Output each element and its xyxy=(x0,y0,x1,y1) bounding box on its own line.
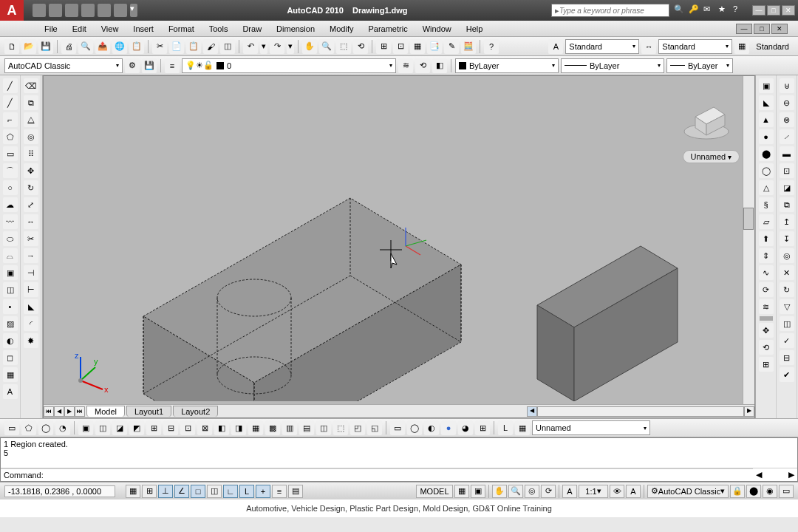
join-icon[interactable]: ⊢ xyxy=(24,282,38,297)
offsetface-icon[interactable]: ◎ xyxy=(780,248,794,263)
vs-2dw-icon[interactable]: ▭ xyxy=(390,420,405,435)
viewcube[interactable] xyxy=(681,91,732,143)
grid-toggle[interactable]: ⊞ xyxy=(142,485,157,498)
vs-conc-icon[interactable]: ◕ xyxy=(458,420,473,435)
polygon-icon[interactable]: ⬠ xyxy=(3,129,18,144)
dimstyle-icon[interactable]: ↔ xyxy=(641,39,656,54)
offset-icon[interactable]: ◎ xyxy=(24,129,38,144)
se-5-icon[interactable]: ⊞ xyxy=(146,420,161,435)
open-icon[interactable] xyxy=(49,4,62,17)
spline-icon[interactable]: 〰 xyxy=(3,214,18,229)
mdi-min-button[interactable]: — xyxy=(736,24,752,34)
extrface-icon[interactable]: ↥ xyxy=(780,214,794,229)
subtract-icon[interactable]: ⊖ xyxy=(780,95,794,110)
se-7-icon[interactable]: ⊡ xyxy=(180,420,195,435)
intersect-icon[interactable]: ⊗ xyxy=(780,112,794,127)
dyn-toggle[interactable]: + xyxy=(256,485,270,498)
ws-settings-icon[interactable]: ⚙ xyxy=(125,58,140,73)
rotateface-icon[interactable]: ↻ xyxy=(780,282,794,297)
toolbar-lock-icon[interactable]: 🔒 xyxy=(730,485,745,498)
se-17-icon[interactable]: ◰ xyxy=(350,420,365,435)
loft-icon[interactable]: ≋ xyxy=(759,299,774,314)
se-3-icon[interactable]: ◪ xyxy=(112,420,127,435)
layer-state-icon[interactable]: ≋ xyxy=(398,58,413,73)
region-icon[interactable]: ◻ xyxy=(3,350,18,365)
menu-window[interactable]: Window xyxy=(415,24,459,33)
vp-clip-icon[interactable]: ◔ xyxy=(55,420,70,435)
named-vp-icon[interactable]: ▦ xyxy=(515,420,530,435)
trim-icon[interactable]: ✂ xyxy=(24,231,38,246)
help-icon[interactable]: ? xyxy=(733,4,745,16)
zoom-prev-icon[interactable]: ⟲ xyxy=(353,39,368,54)
fillet-icon[interactable]: ◜ xyxy=(24,316,38,331)
minimize-button[interactable]: — xyxy=(752,5,765,16)
se-10-icon[interactable]: ◨ xyxy=(231,420,246,435)
block-icon[interactable]: ◫ xyxy=(220,39,235,54)
slice-icon[interactable]: ⟋ xyxy=(780,129,794,144)
ortho-toggle[interactable]: ⊥ xyxy=(158,485,173,498)
undo-drop-icon[interactable]: ▾ xyxy=(260,39,267,54)
otrack-toggle[interactable]: ∟ xyxy=(223,485,238,498)
rotate-icon[interactable]: ↻ xyxy=(24,180,38,195)
hardware-accel-icon[interactable]: ⬤ xyxy=(746,485,761,498)
zoom-win-icon[interactable]: ⬚ xyxy=(336,39,351,54)
se-18-icon[interactable]: ◱ xyxy=(367,420,382,435)
ellipse-icon[interactable]: ⬭ xyxy=(3,231,18,246)
model-space-button[interactable]: MODEL xyxy=(416,485,453,498)
vp-single-icon[interactable]: ▭ xyxy=(4,420,19,435)
preview-icon[interactable]: 🔍 xyxy=(78,39,93,54)
quickview-drawings-icon[interactable]: ▣ xyxy=(471,485,485,498)
open-file-icon[interactable]: 📂 xyxy=(21,39,36,54)
copy-icon[interactable]: 📄 xyxy=(169,39,184,54)
scale-combo[interactable]: 1:1▾ xyxy=(579,485,608,498)
table-icon[interactable]: ▦ xyxy=(3,367,18,382)
vs-real-icon[interactable]: ● xyxy=(441,420,456,435)
publish-icon[interactable]: 📤 xyxy=(95,39,110,54)
tab-model[interactable]: Model xyxy=(86,406,125,417)
osnap-toggle[interactable]: □ xyxy=(191,485,205,498)
stretch-icon[interactable]: ↔ xyxy=(24,214,38,229)
se-2-icon[interactable]: ◫ xyxy=(95,420,110,435)
vs-mgr-icon[interactable]: ⊞ xyxy=(475,420,490,435)
shell-icon[interactable]: ◫ xyxy=(780,316,794,331)
sheet-icon[interactable]: 📋 xyxy=(129,39,144,54)
save-icon[interactable] xyxy=(65,4,78,17)
horizontal-scrollbar[interactable] xyxy=(537,406,744,417)
menu-view[interactable]: View xyxy=(94,24,126,33)
pan-icon[interactable]: ✋ xyxy=(302,39,317,54)
moveback-icon[interactable]: ↧ xyxy=(780,231,794,246)
planar-icon[interactable]: ▱ xyxy=(759,214,774,229)
tp-icon[interactable]: ▦ xyxy=(410,39,425,54)
se-13-icon[interactable]: ▥ xyxy=(282,420,297,435)
nav-orbit-icon[interactable]: ⟳ xyxy=(541,485,556,498)
se-6-icon[interactable]: ⊟ xyxy=(163,420,178,435)
deleteface-icon[interactable]: ✕ xyxy=(780,265,794,280)
mdi-restore-button[interactable]: □ xyxy=(754,24,770,34)
menu-dimension[interactable]: Dimension xyxy=(269,24,322,33)
circle-icon[interactable]: ○ xyxy=(3,180,18,195)
sweep-icon[interactable]: ∿ xyxy=(759,265,774,280)
infocenter-search[interactable]: ▸ xyxy=(551,4,669,17)
hatch-icon[interactable]: ▨ xyxy=(3,316,18,331)
dimstyle-combo[interactable]: Standard▾ xyxy=(658,39,732,54)
revcloud-icon[interactable]: ☁ xyxy=(3,197,18,212)
pline-icon[interactable]: ⌐ xyxy=(3,112,18,127)
helix-icon[interactable]: § xyxy=(759,197,774,212)
color-combo[interactable]: ByLayer▾ xyxy=(455,58,559,73)
se-15-icon[interactable]: ◫ xyxy=(316,420,331,435)
ucs-icon-btn[interactable]: L xyxy=(498,420,513,435)
presspull-icon[interactable]: ⇕ xyxy=(759,248,774,263)
calc-icon[interactable]: 🧮 xyxy=(461,39,476,54)
qp-toggle[interactable]: ▤ xyxy=(288,485,303,498)
clean-icon[interactable]: ✓ xyxy=(780,333,794,348)
vs-3dh-icon[interactable]: ◐ xyxy=(424,420,439,435)
viewport-combo[interactable]: Unnamed▾ xyxy=(532,420,650,435)
workspace-combo[interactable]: AutoCAD Classic▾ xyxy=(4,58,123,73)
view-name-badge[interactable]: Unnamed ▾ xyxy=(683,150,740,163)
make-block-icon[interactable]: ◫ xyxy=(3,282,18,297)
tab-layout1[interactable]: Layout1 xyxy=(126,406,171,417)
key-icon[interactable]: 🔑 xyxy=(689,4,700,16)
revolve-icon[interactable]: ⟳ xyxy=(759,282,774,297)
menu-parametric[interactable]: Parametric xyxy=(361,24,415,33)
cut-icon[interactable]: ✂ xyxy=(152,39,167,54)
